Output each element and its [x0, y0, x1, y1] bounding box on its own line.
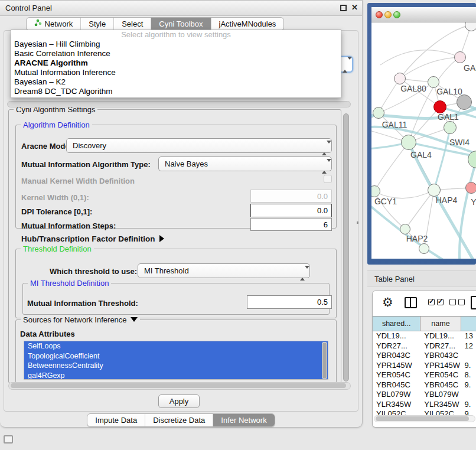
- table-row[interactable]: YBR045CYBR045C9.: [373, 380, 476, 390]
- table-row[interactable]: YLR345WYLR345W9.: [373, 400, 476, 410]
- tab-jactivemnodules[interactable]: jActiveMNodules: [211, 18, 284, 30]
- node-label: GAL10: [436, 87, 462, 96]
- dpi-tolerance-label: DPI Tolerance [0,1]:: [21, 207, 92, 216]
- panel-splitter-handle[interactable]: [357, 221, 358, 224]
- deselect-all-icon[interactable]: [449, 299, 465, 305]
- settings-vertical-scrollbar[interactable]: [343, 112, 350, 383]
- tab-label: Network: [45, 18, 73, 31]
- combo-spinner-icon: [322, 141, 327, 155]
- network-node[interactable]: [419, 243, 429, 254]
- docked-window-icon[interactable]: [4, 435, 13, 444]
- network-node[interactable]: [428, 184, 441, 197]
- which-threshold-select[interactable]: MI Threshold: [138, 263, 310, 278]
- tab-cyni-toolbox[interactable]: Cyni Toolbox: [151, 18, 211, 30]
- node-table: ⚙ shared...name YDL19...YDL19...13YDR27.…: [372, 291, 476, 428]
- network-node[interactable]: [400, 224, 410, 234]
- node-label: GCY1: [374, 197, 397, 206]
- table-row[interactable]: YDR27...YDR27...12: [373, 341, 476, 351]
- tab-network[interactable]: Network: [27, 18, 81, 30]
- network-canvas[interactable]: GALGAL80GAL10GAL1GAL11SWI4GAL4GCY1HAP4YH…: [371, 22, 476, 259]
- column-header[interactable]: name: [420, 317, 461, 331]
- mi-type-select[interactable]: Naive Bayes: [158, 156, 332, 171]
- aracne-mode-select[interactable]: Discovery: [66, 138, 332, 153]
- data-attributes-list[interactable]: SelfLoopsTopologicalCoefficientBetweenne…: [24, 341, 328, 380]
- column-header[interactable]: [461, 317, 476, 331]
- algorithm-option[interactable]: Dream8 DC_TDC Algorithm: [11, 87, 341, 96]
- hscroll-thumb[interactable]: [11, 383, 346, 388]
- algorithm-option[interactable]: Mutual Information Inference: [11, 68, 341, 77]
- table-toolbar: ⚙: [373, 291, 476, 316]
- mi-steps-label: Mutual Information Steps:: [21, 221, 116, 230]
- select-all-icon[interactable]: [428, 299, 444, 305]
- mi-threshold-label: Mutual Information Threshold:: [27, 299, 138, 308]
- table-row[interactable]: YDL19...YDL19...13: [373, 331, 476, 341]
- tab-impute-data[interactable]: Impute Data: [87, 414, 145, 426]
- close-icon[interactable]: ✕: [351, 3, 358, 12]
- network-node[interactable]: [454, 51, 466, 63]
- gear-icon[interactable]: ⚙: [382, 295, 393, 309]
- horizontal-scrollbar[interactable]: [7, 101, 351, 107]
- table-row[interactable]: YBL079WYBL079W: [373, 390, 476, 400]
- algorithm-option[interactable]: Bayesian – K2: [11, 77, 341, 87]
- zoom-traffic-light-icon[interactable]: [393, 11, 400, 18]
- table-cell: YDR27...: [420, 341, 461, 351]
- network-node[interactable]: [394, 73, 406, 84]
- list-scrollbar-thumb[interactable]: [322, 343, 327, 379]
- table-cell: YBL079W: [420, 390, 461, 400]
- data-attribute-option[interactable]: gal4RGexp: [24, 371, 328, 380]
- dpi-tolerance-input[interactable]: [250, 204, 332, 217]
- data-attribute-option[interactable]: SelfLoops: [24, 341, 328, 351]
- data-attribute-option[interactable]: TopologicalCoefficient: [24, 351, 328, 361]
- list-scrollbar[interactable]: [322, 342, 327, 379]
- mi-steps-input[interactable]: [250, 218, 332, 231]
- network-node[interactable]: [373, 107, 384, 119]
- table-cell: YER054C: [373, 370, 420, 380]
- network-window-titlebar: [371, 7, 476, 22]
- tab-select[interactable]: Select: [114, 18, 151, 30]
- network-node[interactable]: [428, 76, 439, 88]
- table-horizontal-scrollbar[interactable]: [374, 415, 475, 422]
- table-row[interactable]: YPR145WYPR145W9.: [373, 361, 476, 371]
- vscroll-thumb[interactable]: [343, 113, 349, 381]
- network-node[interactable]: [401, 135, 416, 150]
- combo-spinner-icon: [322, 159, 327, 173]
- table-cell: YDR27...: [373, 341, 420, 351]
- table-row[interactable]: YBR043CYBR043C: [373, 351, 476, 361]
- tab-label: Impute Data: [95, 414, 137, 427]
- algorithm-placeholder: Select algorithm to view settings: [11, 30, 341, 40]
- minimize-traffic-light-icon[interactable]: [384, 11, 392, 18]
- algorithm-option[interactable]: ARACNE Algorithm: [11, 58, 341, 68]
- sources-group-title[interactable]: Sources for Network Inference: [21, 315, 140, 324]
- network-node[interactable]: [444, 121, 457, 134]
- node-label: GAL80: [400, 84, 426, 93]
- apply-button[interactable]: Apply: [158, 394, 200, 408]
- new-table-icon[interactable]: [471, 296, 476, 309]
- kernel-width-input[interactable]: [250, 190, 332, 203]
- table-row[interactable]: YER054CYER054C8.: [373, 370, 476, 380]
- combo-spinner-icon: [300, 266, 305, 280]
- data-attribute-option[interactable]: BetweennessCentrality: [24, 361, 328, 371]
- mi-threshold-input[interactable]: [247, 295, 332, 309]
- split-columns-icon[interactable]: [405, 297, 417, 308]
- tab-label: Select: [122, 18, 143, 31]
- table-cell: 12: [461, 341, 476, 351]
- network-node[interactable]: [457, 94, 472, 110]
- network-node[interactable]: [465, 182, 476, 194]
- float-window-icon[interactable]: [340, 5, 347, 11]
- hub-definition-toggle[interactable]: Hub/Transcription Factor Definition: [21, 234, 164, 243]
- manual-kernel-checkbox[interactable]: [324, 175, 332, 183]
- tab-discretize-data[interactable]: Discretize Data: [145, 414, 213, 426]
- tab-style[interactable]: Style: [81, 18, 114, 30]
- column-header[interactable]: shared...: [373, 317, 420, 331]
- table-cell: 8.: [461, 370, 476, 380]
- algorithm-option[interactable]: Basic Correlation Inference: [11, 49, 341, 58]
- which-threshold-value: MI Threshold: [144, 266, 189, 275]
- close-traffic-light-icon[interactable]: [376, 11, 383, 18]
- settings-horizontal-scrollbar[interactable]: [8, 382, 351, 390]
- kernel-width-label: Kernel Width (0,1):: [21, 193, 89, 202]
- tab-label: Discretize Data: [153, 414, 205, 427]
- algorithm-option[interactable]: Bayesian – Hill Climbing: [11, 40, 341, 49]
- table-hscroll-thumb[interactable]: [376, 416, 469, 421]
- network-node[interactable]: [433, 100, 446, 113]
- tab-infer-network[interactable]: Infer Network: [213, 414, 274, 426]
